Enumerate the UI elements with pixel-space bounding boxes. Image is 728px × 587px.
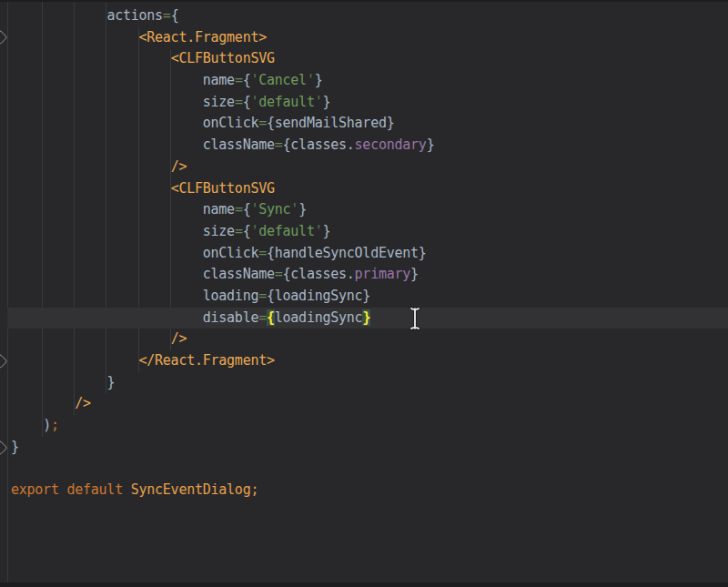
code-token: onClick xyxy=(203,115,258,131)
code-token xyxy=(123,481,131,498)
code-line: size={'default'} xyxy=(7,221,728,243)
indent-spaces xyxy=(11,29,139,46)
code-line: size={'default'} xyxy=(7,92,728,114)
code-token: secondary xyxy=(355,137,427,153)
code-line: </React.Fragment> xyxy=(7,350,728,372)
code-line: onClick={sendMailShared} xyxy=(7,113,728,135)
indent-spaces xyxy=(11,374,106,390)
code-token: default xyxy=(258,94,314,110)
code-token: ' xyxy=(290,201,298,218)
code-token: ' xyxy=(307,72,315,88)
code-token: = xyxy=(235,72,243,88)
code-line: <CLFButtonSVG xyxy=(7,178,728,200)
code-line: /> xyxy=(7,393,728,415)
indent-spaces xyxy=(11,137,203,153)
indent-spaces xyxy=(11,395,75,411)
ibeam-cursor-icon xyxy=(408,306,422,331)
code-editor: actions={ <React.Fragment> <CLFButtonSVG… xyxy=(0,0,728,587)
code-token: = xyxy=(258,115,267,131)
code-token: disable xyxy=(203,309,258,326)
code-token: ) xyxy=(43,417,51,433)
window-bottom-edge xyxy=(0,582,728,587)
code-token: className xyxy=(203,266,275,282)
code-token: = xyxy=(163,7,171,24)
indent-spaces xyxy=(11,245,203,261)
indent-spaces xyxy=(11,266,203,282)
indent-spaces xyxy=(11,417,43,433)
code-line: export default SyncEventDialog; xyxy=(7,480,728,501)
code-token: } xyxy=(315,72,323,88)
code-area[interactable]: actions={ <React.Fragment> <CLFButtonSVG… xyxy=(7,0,728,587)
code-token: } xyxy=(11,439,19,455)
code-token: <CLFButtonSVG xyxy=(171,50,275,66)
code-token: Cancel xyxy=(258,72,307,88)
code-token: </React.Fragment> xyxy=(139,352,275,369)
code-token: = xyxy=(258,245,267,261)
code-line: ); xyxy=(7,415,728,437)
indent-spaces xyxy=(11,72,203,88)
code-token: Sync xyxy=(258,201,290,218)
code-token: primary xyxy=(355,266,410,282)
indent-spaces xyxy=(11,115,203,131)
code-token: ' xyxy=(250,223,258,239)
code-token: size xyxy=(203,94,235,110)
indent-spaces xyxy=(11,94,203,110)
code-token: = xyxy=(235,94,243,110)
code-line: disable={loadingSync} xyxy=(7,308,728,329)
code-token: { xyxy=(267,309,275,326)
code-token: } xyxy=(106,374,115,390)
code-token: {sendMailShared} xyxy=(267,115,395,131)
code-line: className={classes.primary} xyxy=(7,264,728,286)
code-token: /> xyxy=(75,395,91,411)
code-line: /> xyxy=(7,157,728,178)
code-line: loading={loadingSync} xyxy=(7,286,728,308)
window-top-edge xyxy=(0,0,728,2)
code-token: = xyxy=(235,201,243,218)
code-token: } xyxy=(322,223,330,239)
code-token: <React.Fragment> xyxy=(139,29,268,46)
indent-spaces xyxy=(11,352,139,369)
indent-spaces xyxy=(11,330,171,347)
code-token: = xyxy=(275,137,283,153)
code-token: default xyxy=(66,481,122,498)
code-token: SyncEventDialog xyxy=(131,481,251,498)
code-token: } xyxy=(362,309,370,326)
indent-spaces xyxy=(11,7,106,24)
code-line: onClick={handleSyncOldEvent} xyxy=(7,243,728,265)
code-token: onClick xyxy=(203,245,258,261)
code-token: default xyxy=(258,223,314,239)
code-token: <CLFButtonSVG xyxy=(171,180,275,197)
indent-spaces xyxy=(11,50,171,66)
code-token: /> xyxy=(171,158,187,175)
code-line: <React.Fragment> xyxy=(7,27,728,49)
code-token: export xyxy=(11,481,59,498)
code-token: ; xyxy=(250,481,258,498)
code-token: /> xyxy=(171,330,187,347)
indent-spaces xyxy=(11,201,203,218)
code-token: } xyxy=(322,94,330,110)
code-line: name={'Sync'} xyxy=(7,199,728,221)
code-token: className xyxy=(203,137,275,153)
code-line: name={'Cancel'} xyxy=(7,70,728,92)
indent-spaces xyxy=(11,223,203,239)
code-token: {handleSyncOldEvent} xyxy=(267,245,427,261)
code-token: ' xyxy=(250,94,258,110)
code-token: ; xyxy=(51,417,59,433)
indent-spaces xyxy=(11,309,203,326)
code-token: name xyxy=(203,201,235,218)
code-token: = xyxy=(258,309,267,326)
code-token: {classes. xyxy=(283,266,355,282)
code-token: } xyxy=(410,266,419,282)
code-line: } xyxy=(7,372,728,394)
code-token: { xyxy=(171,7,179,24)
code-token: actions xyxy=(106,7,162,24)
code-token: loadingSync xyxy=(275,309,363,326)
code-token: size xyxy=(203,223,235,239)
code-token: loading xyxy=(203,288,258,304)
code-token: name xyxy=(203,72,235,88)
code-line: } xyxy=(7,437,728,459)
code-line: /> xyxy=(7,329,728,350)
code-line: className={classes.secondary} xyxy=(7,135,728,157)
code-token: {loadingSync} xyxy=(267,288,370,304)
code-line: actions={ xyxy=(7,5,728,27)
